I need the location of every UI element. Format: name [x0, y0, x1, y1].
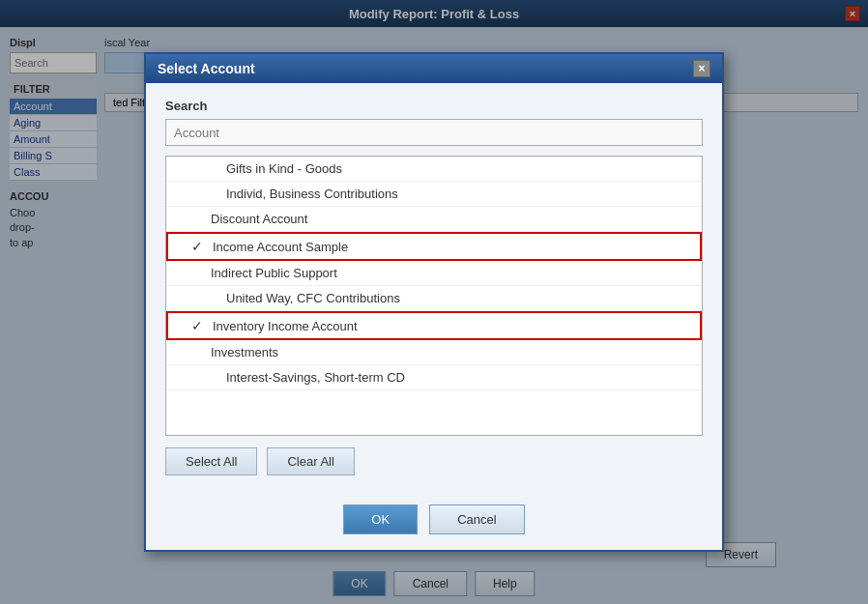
- account-item[interactable]: United Way, CFC Contributions: [166, 286, 702, 311]
- select-account-dialog: Select Account × Search Gifts in Kind - …: [144, 52, 724, 552]
- account-item-label: Investments: [211, 345, 278, 360]
- account-item-label: Inventory Income Account: [213, 319, 358, 333]
- dialog-body: Search Gifts in Kind - GoodsIndivid, Bus…: [146, 83, 722, 491]
- dialog-close-button[interactable]: ×: [693, 60, 710, 77]
- account-item-label: Interest-Savings, Short-term CD: [226, 370, 405, 385]
- check-mark: ✓: [191, 318, 207, 333]
- dialog-titlebar: Select Account ×: [146, 54, 722, 83]
- account-list-container: Gifts in Kind - GoodsIndivid, Business C…: [165, 156, 703, 436]
- account-item-label: Income Account Sample: [213, 240, 348, 254]
- search-label: Search: [165, 99, 703, 113]
- dialog-footer: OK Cancel: [146, 491, 722, 550]
- search-input[interactable]: [165, 119, 703, 146]
- list-actions: Select All Clear All: [165, 447, 703, 475]
- account-item[interactable]: Indirect Public Support: [166, 261, 702, 286]
- account-item[interactable]: Interest-Savings, Short-term CD: [166, 365, 702, 390]
- account-item[interactable]: Investments: [166, 340, 702, 365]
- account-item[interactable]: Gifts in Kind - Goods: [166, 157, 702, 182]
- account-item[interactable]: ✓Inventory Income Account: [166, 311, 702, 340]
- account-item[interactable]: ✓Income Account Sample: [166, 232, 702, 261]
- account-item[interactable]: Discount Account: [166, 207, 702, 232]
- dialog-title: Select Account: [158, 61, 255, 76]
- account-item-label: Indirect Public Support: [211, 266, 337, 280]
- modal-overlay: Select Account × Search Gifts in Kind - …: [0, 0, 868, 604]
- clear-all-button[interactable]: Clear All: [267, 447, 354, 475]
- account-item-label: Discount Account: [211, 212, 307, 226]
- account-list: Gifts in Kind - GoodsIndivid, Business C…: [166, 157, 702, 390]
- dialog-ok-button[interactable]: OK: [343, 504, 418, 534]
- select-all-button[interactable]: Select All: [165, 447, 257, 475]
- account-item-label: Individ, Business Contributions: [226, 187, 398, 201]
- account-item-label: Gifts in Kind - Goods: [226, 161, 342, 176]
- account-item[interactable]: Individ, Business Contributions: [166, 182, 702, 207]
- dialog-cancel-button[interactable]: Cancel: [429, 504, 524, 534]
- check-mark: ✓: [191, 239, 207, 254]
- account-item-label: United Way, CFC Contributions: [226, 291, 400, 305]
